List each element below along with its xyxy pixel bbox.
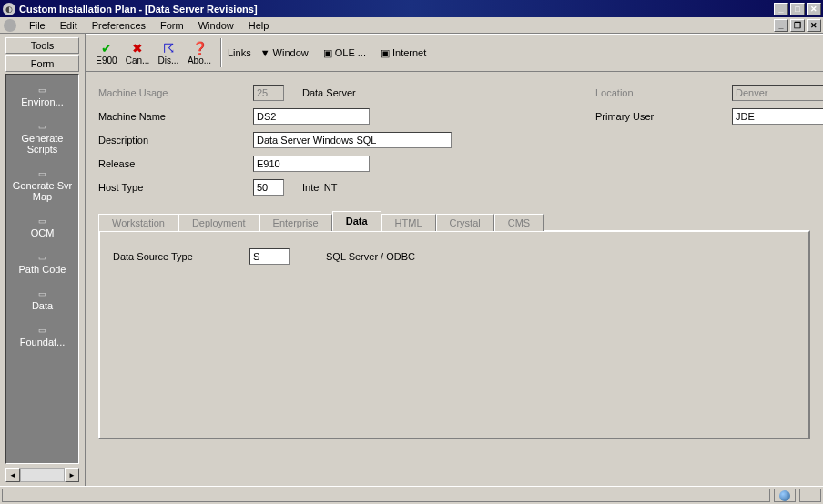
menu-form[interactable]: Form — [153, 18, 191, 33]
location-label: Location — [595, 87, 732, 98]
tab-data[interactable]: Data — [332, 211, 381, 231]
toolbar-separator — [220, 38, 222, 67]
machine-usage-label: Machine Usage — [98, 87, 253, 98]
status-cell-3 — [799, 489, 821, 502]
tab-crystal[interactable]: Crystal — [436, 214, 494, 231]
minimize-button[interactable]: _ — [774, 3, 788, 15]
app-icon: ◐ — [3, 3, 15, 15]
scroll-track[interactable] — [20, 468, 65, 482]
links-internet[interactable]: ▣Internet — [375, 45, 432, 61]
menu-bar: File Edit Preferences Form Window Help _… — [0, 17, 823, 34]
host-type-label: Host Type — [98, 182, 253, 193]
data-source-type-label: Data Source Type — [113, 251, 249, 262]
menu-edit[interactable]: Edit — [53, 18, 85, 33]
ole-icon: ▣ — [323, 47, 332, 59]
machine-name-label: Machine Name — [98, 111, 253, 122]
window-title: Custom Installation Plan - [Data Server … — [19, 4, 772, 15]
data-source-type-field[interactable]: S — [249, 248, 290, 265]
tab-strip: Workstation Deployment Enterprise Data H… — [98, 212, 810, 230]
sidebar-item-generate-scripts[interactable]: ▭Generate Scripts — [6, 122, 78, 155]
menu-file[interactable]: File — [22, 18, 53, 33]
sidebar-item-foundat[interactable]: ▭Foundat... — [6, 326, 78, 348]
release-field[interactable]: E910 — [253, 156, 370, 172]
sidebar-item-ocm[interactable]: ▭OCM — [6, 217, 78, 238]
links-window-dropdown[interactable]: ▼Window — [255, 45, 314, 60]
mdi-close-button[interactable]: ✕ — [807, 19, 821, 32]
description-field[interactable]: Data Server Windows SQL — [253, 132, 452, 148]
primary-user-label: Primary User — [595, 111, 732, 122]
machine-usage-text: Data Server — [302, 87, 356, 98]
tab-html[interactable]: HTML — [381, 214, 436, 231]
close-button[interactable]: ✕ — [807, 3, 821, 15]
location-field: Denver — [732, 85, 823, 101]
machine-name-field[interactable]: DS2 — [253, 108, 370, 125]
tab-cms[interactable]: CMS — [494, 214, 544, 231]
menu-app-icon — [4, 19, 16, 32]
maximize-button[interactable]: □ — [790, 3, 805, 15]
links-ole[interactable]: ▣OLE ... — [318, 45, 371, 61]
scroll-right-button[interactable]: ► — [65, 468, 79, 482]
status-cell-1 — [2, 489, 770, 502]
title-bar: ◐ Custom Installation Plan - [Data Serve… — [0, 0, 823, 17]
host-type-field[interactable]: 50 — [253, 179, 284, 196]
sidebar-tools-button[interactable]: Tools — [5, 37, 79, 54]
cancel-button[interactable]: ✖Can... — [122, 36, 153, 69]
data-source-type-text: SQL Server / ODBC — [326, 251, 415, 262]
ok-button[interactable]: ✔E900 — [91, 36, 122, 69]
menu-window[interactable]: Window — [191, 18, 241, 33]
sidebar-item-path-code[interactable]: ▭Path Code — [6, 253, 78, 275]
toolbar: ✔E900 ✖Can... ☈Dis... ❓Abo... Links ▼Win… — [86, 34, 823, 72]
tab-deployment[interactable]: Deployment — [178, 214, 259, 231]
description-label: Description — [98, 135, 253, 146]
sidebar: Tools Form ▭Environ... ▭Generate Scripts… — [0, 34, 86, 486]
scroll-left-button[interactable]: ◄ — [5, 468, 20, 482]
internet-icon: ▣ — [381, 47, 390, 59]
sidebar-panel: ▭Environ... ▭Generate Scripts ▭Generate … — [5, 74, 79, 464]
mdi-minimize-button[interactable]: _ — [774, 19, 788, 32]
links-label: Links — [228, 47, 251, 58]
sidebar-scrollbar[interactable]: ◄ ► — [5, 468, 79, 482]
tab-workstation[interactable]: Workstation — [98, 214, 178, 231]
host-type-text: Intel NT — [302, 182, 338, 193]
status-bar — [0, 486, 823, 504]
tab-body: Data Source Type S SQL Server / ODBC — [98, 230, 810, 439]
sidebar-item-environ[interactable]: ▭Environ... — [6, 86, 78, 107]
display-button[interactable]: ☈Dis... — [153, 36, 184, 69]
about-button[interactable]: ❓Abo... — [184, 36, 215, 69]
primary-user-field[interactable]: JDE — [732, 108, 823, 125]
sidebar-item-data[interactable]: ▭Data — [6, 289, 78, 311]
mdi-restore-button[interactable]: ❐ — [790, 19, 805, 32]
dropdown-arrow-icon: ▼ — [260, 47, 270, 58]
menu-help[interactable]: Help — [241, 18, 277, 33]
sidebar-form-button[interactable]: Form — [5, 55, 79, 72]
machine-usage-field: 25 — [253, 85, 284, 101]
form-area: Machine Usage 25 Data Server Machine Nam… — [86, 72, 823, 486]
release-label: Release — [98, 158, 253, 169]
menu-preferences[interactable]: Preferences — [85, 18, 153, 33]
sidebar-item-generate-svr-map[interactable]: ▭Generate Svr Map — [6, 169, 78, 202]
status-globe-icon — [774, 489, 796, 502]
tab-enterprise[interactable]: Enterprise — [259, 214, 332, 231]
